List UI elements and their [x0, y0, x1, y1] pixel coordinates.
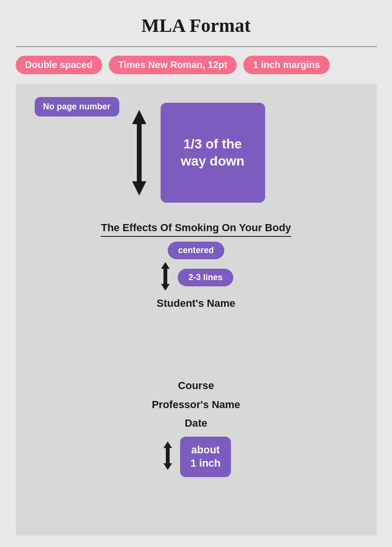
- svg-marker-2: [163, 441, 172, 470]
- lines-badge: 2-3 lines: [178, 269, 233, 286]
- bottom-arrow: [161, 441, 174, 472]
- course-label: Course: [152, 376, 240, 395]
- no-page-number-badge: No page number: [35, 97, 119, 117]
- spacing-arrow: [159, 262, 172, 293]
- date-label: Date: [152, 414, 240, 433]
- about-inch-badge: about 1 inch: [180, 437, 231, 477]
- page-title: MLA Format: [142, 14, 251, 37]
- professor-label: Professor's Name: [152, 395, 240, 414]
- bottom-arrow-row: about 1 inch: [161, 437, 231, 477]
- tag-double-spaced: Double spaced: [16, 56, 102, 74]
- divider: [16, 46, 377, 47]
- doc-area: No page number 1/3 of the way down The E…: [16, 84, 377, 536]
- paper-title: The Effects Of Smoking On Your Body: [101, 222, 291, 237]
- tag-margins: 1 inch margins: [243, 56, 329, 74]
- top-arrow: [127, 110, 151, 195]
- student-name: Student's Name: [157, 297, 235, 310]
- top-section: 1/3 of the way down: [35, 103, 358, 203]
- tags-row: Double spaced Times New Roman, 12pt 1 in…: [16, 56, 377, 74]
- spacing-row: 2-3 lines: [159, 262, 233, 293]
- centered-badge: centered: [168, 242, 224, 259]
- tag-font: Times New Roman, 12pt: [109, 56, 237, 74]
- bottom-block: Course Professor's Name Date about 1 inc…: [35, 376, 358, 477]
- bottom-info: Course Professor's Name Date: [152, 376, 240, 433]
- svg-marker-1: [161, 262, 170, 291]
- third-of-way-box: 1/3 of the way down: [161, 103, 265, 203]
- svg-marker-0: [132, 110, 146, 195]
